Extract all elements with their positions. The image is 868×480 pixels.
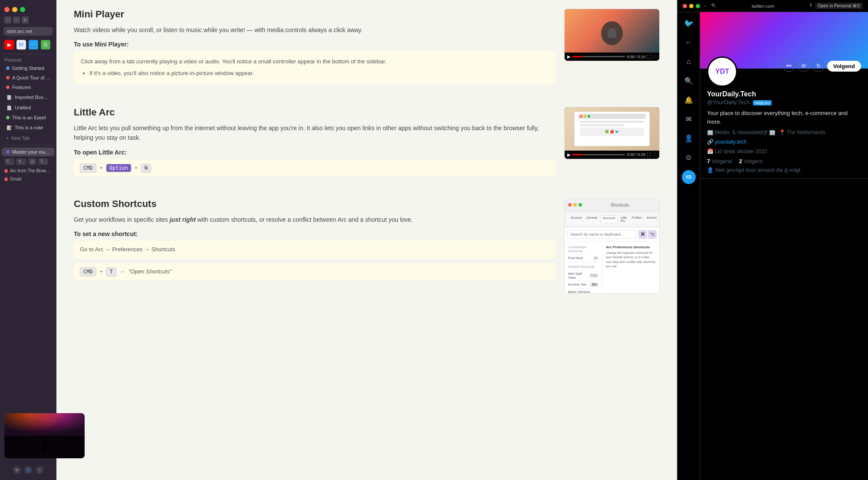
pinned-gmail[interactable]: M: [16, 40, 26, 49]
settings-icon[interactable]: ⚙: [13, 466, 21, 474]
pinned-twitter[interactable]: 🐦: [29, 40, 38, 49]
sidebar-item-label: A Quick Tour of Arc Bas...: [12, 75, 50, 80]
tw-maximize-button[interactable]: [696, 4, 700, 8]
sidebar-item-features[interactable]: Features: [2, 83, 55, 92]
more-icon-2[interactable]: ⋮: [653, 152, 657, 157]
item-dot: [6, 76, 10, 79]
custom-shortcuts-content: Custom Shortcuts Get your workflows in s…: [74, 198, 660, 294]
sidebar-item-imported-bookmarks[interactable]: 📑 Imported Bookmarks: [2, 92, 55, 102]
arc-item-label: Arc from The Browser C...: [10, 168, 52, 173]
twitter-titlebar: ← 🔍 twitter.com ⬆ Open in Personal ⌘O: [677, 0, 868, 12]
new-tab-button[interactable]: + New Tab: [2, 134, 55, 142]
tab-profiles[interactable]: Profiles: [630, 215, 644, 223]
sidebar-item-master-multitasking[interactable]: Master your multitasking: [2, 148, 55, 156]
sidebar-item-quick-tour[interactable]: A Quick Tour of Arc Bas...: [2, 73, 55, 82]
sidebar-item-easel[interactable]: This is an Easel: [2, 113, 55, 122]
tw-share-icon[interactable]: ⬆: [809, 3, 812, 9]
tw-following-stat[interactable]: 7 Volgend: [707, 158, 732, 164]
close-button[interactable]: [4, 7, 10, 12]
tw-open-button[interactable]: Open in Personal ⌘O: [815, 3, 863, 9]
tw-follow-buttons: ••• ✉ ↻ Volgend: [783, 60, 861, 72]
custom-shortcuts-text: Custom Shortcuts Get your workflows in s…: [74, 198, 556, 285]
followers-count: 2: [739, 158, 742, 164]
fullscreen-icon[interactable]: ⛶: [647, 55, 651, 59]
pinned-green[interactable]: G: [41, 40, 50, 49]
video-preview-area: [565, 9, 659, 53]
divider-mid: [3, 145, 53, 145]
tw-person-icon[interactable]: 👤: [683, 132, 695, 144]
tw-follow-button[interactable]: Volgend: [827, 61, 861, 72]
shortcut-row-add-split: Add Split View ^⌥=: [568, 270, 598, 281]
archive-tab-label: Archive Tab: [568, 283, 586, 286]
tab-shortcuts[interactable]: Shortcuts: [600, 215, 618, 223]
tw-meta-joined: 📅 Lid sinds oktober 2022: [707, 148, 861, 155]
tw-more-button[interactable]: •••: [783, 60, 795, 72]
person-head: [608, 28, 616, 38]
following-label: Volgend: [712, 158, 732, 164]
sidebar-item-getting-started[interactable]: Getting Started: [2, 64, 55, 72]
refresh-icon[interactable]: ↻: [22, 16, 29, 23]
back-icon[interactable]: ←: [4, 16, 11, 23]
sidebar-item-label: This is a note: [15, 125, 50, 130]
shortcuts-sidebar: Customised Shortcuts Find Next ↵ Default…: [565, 242, 602, 294]
tab-archive[interactable]: Archive: [645, 215, 658, 223]
small-tab-2[interactable]: Y...: [16, 158, 26, 165]
small-tab-4[interactable]: T...: [38, 158, 48, 165]
add-icon[interactable]: +: [36, 466, 43, 474]
fullscreen-icon-2[interactable]: ⛶: [647, 152, 651, 157]
tab-little-arc[interactable]: Little Arc: [619, 215, 629, 223]
tw-notify-button[interactable]: ↻: [812, 60, 825, 72]
tw-meta-link: 🔗 yourdaily.tech: [707, 139, 746, 145]
sidebar-item-note[interactable]: 📝 This is a note: [2, 123, 55, 132]
sidebar-item-arc-browser[interactable]: Arc from The Browser C...: [0, 167, 56, 175]
note-icon: 📝: [6, 125, 12, 131]
tw-mail-icon[interactable]: ✉: [683, 113, 695, 125]
url-bar[interactable]: start.arc.net: [3, 27, 53, 36]
tw-close-button[interactable]: [683, 4, 687, 8]
tw-bell-icon[interactable]: 🔔: [683, 94, 695, 106]
user-icon[interactable]: 👤: [24, 466, 32, 474]
custom-shortcuts-how-to: To set a new shortcut:: [74, 230, 556, 237]
divider-top: [3, 54, 53, 54]
kbd-icons: ⌘ ⌥: [638, 230, 657, 239]
tw-followers-stat[interactable]: 2 Volgers: [739, 158, 763, 164]
shortcuts-search-input[interactable]: [567, 230, 637, 239]
small-tab-1[interactable]: T...: [4, 158, 14, 165]
twitter-logo-icon[interactable]: 🐦: [683, 17, 695, 30]
nav-controls: ← → ↻: [0, 15, 56, 25]
tw-circle-icon[interactable]: ⊙: [683, 151, 695, 163]
find-next-label: Find Next: [568, 256, 583, 260]
sidebar-item-untitled[interactable]: 📄 Untitled: [2, 103, 55, 112]
not-followed-text: Niet gevolgd door iemand die jij volgt: [715, 167, 800, 173]
tw-nav-avatar-text: YD: [686, 175, 692, 180]
minimize-button[interactable]: [12, 7, 17, 12]
tab-account[interactable]: Account: [569, 215, 583, 223]
tw-minimize-button[interactable]: [689, 4, 694, 8]
sidebar-item-gmail[interactable]: Gmail: [0, 175, 56, 183]
customized-label: Customised Shortcuts: [568, 245, 598, 253]
tw-meta-joined-item: 📅 Lid sinds oktober 2022: [707, 148, 767, 155]
maximize-button[interactable]: [20, 7, 25, 12]
mini-player-content: Mini Player Watch videos while you scrol…: [74, 9, 660, 89]
shortcuts-step2: CMD + T → "Open Shortcuts": [74, 263, 556, 280]
tw-message-button[interactable]: ✉: [798, 60, 810, 72]
tw-nav-back[interactable]: ←: [704, 3, 708, 9]
main-content: Mini Player Watch videos while you scrol…: [56, 0, 677, 480]
more-icon[interactable]: ⋮: [653, 55, 657, 59]
tw-search-nav-icon[interactable]: 🔍: [683, 75, 695, 87]
tw-stats: 7 Volgend 2 Volgers: [707, 158, 861, 164]
tw-search-icon[interactable]: 🔍: [711, 3, 717, 9]
tab-general[interactable]: General: [585, 215, 599, 223]
small-tab-3[interactable]: ☑: [28, 158, 36, 165]
play-icon[interactable]: ▶: [567, 54, 571, 59]
tw-home-icon[interactable]: ⌂: [683, 56, 695, 68]
shortcut-row-archive: Archive Tab ⌘W: [568, 281, 598, 289]
pinned-youtube[interactable]: ▶: [4, 40, 14, 49]
twitter-main: YDT ••• ✉ ↻ Volgend YourDaily.Tech @Your…: [700, 12, 868, 480]
tw-back-icon[interactable]: ←: [683, 36, 695, 49]
forward-icon[interactable]: →: [13, 16, 20, 23]
tw-ydt-avatar-nav[interactable]: YD: [682, 170, 696, 184]
play-icon-2[interactable]: ▶: [567, 152, 571, 157]
tw-profile-bio: Your place to discover everything tech, …: [707, 109, 861, 126]
meta-link-text[interactable]: yourdaily.tech: [715, 139, 746, 145]
